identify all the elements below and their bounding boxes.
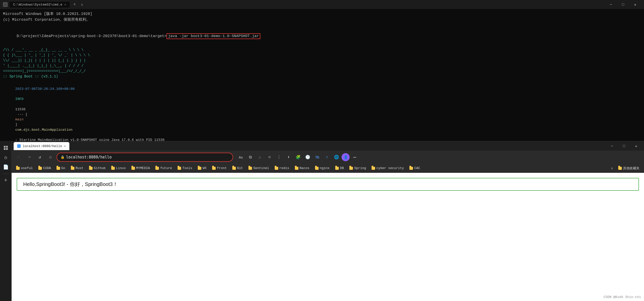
- nav-forward-btn[interactable]: →: [25, 153, 34, 162]
- sidebar-history-btn[interactable]: ◷: [2, 153, 10, 161]
- bookmark-rust[interactable]: Rust: [68, 165, 86, 171]
- toolbar-bing-btn[interactable]: ⚡: [322, 153, 331, 162]
- browser-tab-close-btn[interactable]: ✕: [64, 144, 66, 148]
- bookmark-cybersecurity[interactable]: cyber security: [369, 165, 406, 171]
- browser-titlebar: localhost:8080/hello ✕ ─ □ ✕: [12, 142, 644, 151]
- bookmark-others-label: 其他收藏夹: [623, 166, 639, 171]
- bookmark-front[interactable]: front: [210, 165, 229, 171]
- address-lock-icon: 🔒: [61, 155, 65, 159]
- bookmark-folder-icon-2: [38, 167, 42, 170]
- bookmark-others[interactable]: 其他收藏夹: [616, 165, 642, 172]
- toolbar-split-screen-btn[interactable]: ⧉: [246, 153, 255, 162]
- toolbar-translator-btn[interactable]: 🌐: [332, 153, 341, 162]
- nav-refresh-btn[interactable]: ↺: [35, 153, 44, 162]
- bookmark-linux[interactable]: Linux: [109, 165, 128, 171]
- toolbar-extensions-btn[interactable]: 🧩: [294, 153, 303, 162]
- bookmark-rust-label: Rust: [76, 166, 83, 170]
- sidebar-divider: [3, 174, 9, 174]
- bookmark-folder-icon-8: [155, 167, 159, 170]
- toolbar-more-options-btn[interactable]: ⋯: [350, 153, 359, 162]
- ascii-line-1: /\\ / ___'_ __ _ _(_)_ __ __ _ \ \ \ \: [3, 47, 641, 53]
- bookmark-cac[interactable]: CAC: [407, 165, 423, 171]
- cmd-prompt-line: D:\project\IdeaProjects\spring-boot-3-20…: [3, 28, 641, 45]
- bookmark-future-label: future: [160, 166, 172, 170]
- bookmark-folder-icon-5: [89, 167, 93, 170]
- bookmark-db[interactable]: DB: [333, 165, 347, 171]
- bookmark-mymedia[interactable]: MYMEDIA: [129, 165, 153, 171]
- toolbar-read-aloud-btn[interactable]: Aa: [236, 153, 245, 162]
- bookmark-folder-icon-12: [232, 167, 236, 170]
- bookmark-git[interactable]: Git: [230, 165, 245, 171]
- browser-close-btn[interactable]: ✕: [630, 142, 642, 151]
- toolbar-shopping-btn[interactable]: 🛍: [313, 153, 322, 162]
- cmd-tab-menu-btn[interactable]: ∨: [79, 3, 85, 7]
- nav-home-btn[interactable]: ⌂: [46, 153, 55, 162]
- ascii-line-5: =========|_|==============|___/=/_/_/_/: [3, 69, 641, 74]
- svg-rect-2: [4, 148, 6, 150]
- bookmark-mymedia-label: MYMEDIA: [136, 166, 150, 170]
- bookmark-folder-icon-18: [349, 167, 353, 170]
- bookmark-nacos[interactable]: Nacos: [292, 165, 312, 171]
- bookmark-github-label: Github: [94, 166, 106, 170]
- browser-restore-btn[interactable]: □: [618, 142, 630, 151]
- nav-back-btn[interactable]: ←: [14, 153, 23, 162]
- bookmark-folder-icon-10: [198, 167, 201, 170]
- cmd-new-tab-btn[interactable]: +: [72, 2, 77, 7]
- toolbar-history-btn[interactable]: 🕑: [303, 153, 312, 162]
- bookmark-folder-icon-17: [335, 167, 339, 170]
- toolbar-collections-btn[interactable]: ⌗: [265, 153, 274, 162]
- bookmark-db-label: DB: [340, 166, 344, 170]
- bookmarks-more-btn[interactable]: ›: [608, 165, 615, 172]
- cmd-blank-2: [3, 45, 641, 47]
- bookmark-github[interactable]: Github: [87, 165, 108, 171]
- toolbar-more-tools-btn[interactable]: ⋮: [274, 153, 284, 162]
- bookmark-future[interactable]: future: [153, 165, 175, 171]
- bookmark-nginx[interactable]: nginx: [313, 165, 332, 171]
- cmd-window-controls: ─ □ ✕: [605, 0, 641, 9]
- toolbar-downloads-btn[interactable]: ⬇: [284, 153, 293, 162]
- browser-window: localhost:8080/hello ✕ ─ □ ✕ ← → ↺ ⌂ 🔒 A…: [12, 141, 644, 301]
- ascii-line-3: \\/ ___)| |_)| | | | | || (_| | ) ) ) ): [3, 58, 641, 63]
- cmd-minimize-btn[interactable]: ─: [605, 0, 617, 9]
- bookmark-folder-icon-15: [295, 167, 298, 170]
- cmd-header-line-2: (c) Microsoft Corporation。保留所有权利。: [3, 17, 641, 23]
- log-line-0: 2023-07-06T20:26:24.169+08:00 INFO 11536…: [3, 81, 641, 141]
- bookmark-useful[interactable]: useful: [14, 165, 35, 171]
- spring-ascii-art: /\\ / ___'_ __ _ _(_)_ __ __ _ \ \ \ \ (…: [3, 47, 641, 79]
- toolbar-favorites-btn[interactable]: ☆: [255, 153, 264, 162]
- svg-rect-0: [4, 146, 6, 148]
- sidebar-add-btn[interactable]: +: [2, 176, 10, 184]
- browser-favicon: [17, 144, 21, 148]
- bookmark-redis[interactable]: redis: [272, 165, 292, 171]
- cmd-restore-btn[interactable]: □: [617, 0, 629, 9]
- cmd-tab-close-btn[interactable]: ✕: [64, 3, 66, 7]
- bookmark-folder-icon-20: [409, 167, 413, 170]
- bookmark-folder-icon-19: [372, 167, 375, 170]
- bookmark-cybersecurity-label: cyber security: [376, 166, 404, 170]
- browser-window-controls: ─ □ ✕: [606, 142, 642, 151]
- browser-active-tab[interactable]: localhost:8080/hello ✕: [14, 142, 69, 150]
- bookmark-spring-label: Spring: [354, 166, 366, 170]
- bookmark-sentinel[interactable]: Sentinel: [246, 165, 271, 171]
- bookmark-folder-icon-other: [618, 167, 622, 170]
- cmd-tab[interactable]: C:\Windows\System32\cmd.e ✕: [10, 2, 70, 8]
- browser-toolbar: Aa ⧉ ☆ ⌗ ⋮ ⬇ 🧩 🕑 🛍 ⚡ 🌐 👤: [236, 153, 359, 162]
- sidebar-reading-btn[interactable]: 📄: [2, 163, 10, 171]
- cmd-titlebar: ⬛ C:\Windows\System32\cmd.e ✕ + ∨ ─ □ ✕: [0, 0, 644, 9]
- bookmark-folder-icon-9: [178, 167, 181, 170]
- sidebar-collections-btn[interactable]: [2, 144, 10, 152]
- bookmark-go[interactable]: Go: [54, 165, 68, 171]
- bookmark-folder-icon-14: [275, 167, 278, 170]
- ascii-line-6: :: Spring Boot :: (v3.1.1): [3, 74, 641, 79]
- browser-minimize-btn[interactable]: ─: [606, 142, 618, 151]
- bookmark-tools[interactable]: Tools: [175, 165, 195, 171]
- cmd-prompt-text: D:\project\IdeaProjects\spring-boot-3-20…: [17, 34, 166, 38]
- bookmark-wx[interactable]: WX: [195, 165, 209, 171]
- cmd-close-btn[interactable]: ✕: [629, 0, 641, 9]
- bookmark-spring[interactable]: Spring: [347, 165, 369, 171]
- toolbar-profile-btn[interactable]: 👤: [342, 153, 350, 161]
- bookmark-cuda[interactable]: CUDA: [36, 165, 53, 171]
- bookmark-useful-label: useful: [21, 166, 33, 170]
- address-bar-input[interactable]: [66, 155, 229, 159]
- cmd-blank-3: [3, 79, 641, 81]
